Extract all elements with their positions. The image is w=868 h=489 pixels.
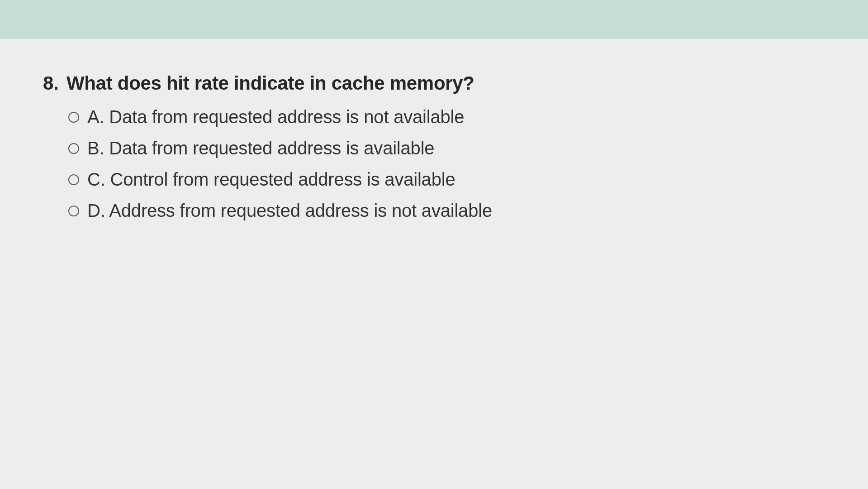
option-d[interactable]: D. Address from requested address is not… [68, 201, 868, 221]
radio-icon[interactable] [68, 206, 79, 216]
option-label: B. Data from requested address is availa… [87, 138, 434, 158]
radio-icon[interactable] [68, 112, 79, 123]
question-text: What does hit rate indicate in cache mem… [66, 72, 474, 94]
options-list: A. Data from requested address is not av… [43, 107, 868, 221]
option-c[interactable]: C. Control from requested address is ava… [68, 169, 868, 190]
option-label: D. Address from requested address is not… [87, 201, 492, 221]
option-label: A. Data from requested address is not av… [87, 107, 464, 127]
radio-icon[interactable] [68, 174, 79, 185]
option-label: C. Control from requested address is ava… [87, 169, 455, 190]
question-number: 8. [43, 72, 66, 94]
option-b[interactable]: B. Data from requested address is availa… [68, 138, 868, 158]
option-a[interactable]: A. Data from requested address is not av… [68, 107, 868, 127]
radio-icon[interactable] [68, 143, 79, 154]
question-block: 8. What does hit rate indicate in cache … [0, 0, 868, 221]
question-header: 8. What does hit rate indicate in cache … [43, 72, 868, 94]
